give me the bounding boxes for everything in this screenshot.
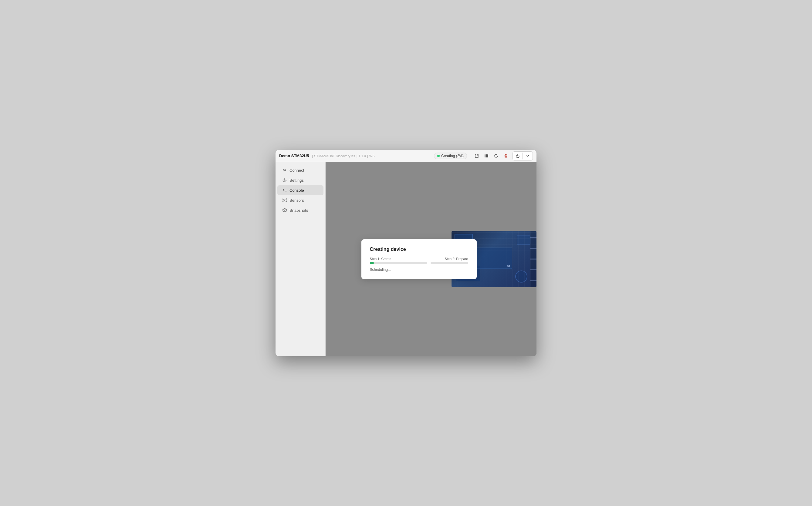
snapshots-icon — [282, 208, 287, 213]
open-button[interactable] — [473, 152, 481, 160]
delete-button[interactable] — [502, 152, 510, 160]
titlebar-meta: | STM32U5 IoT Discovery Kit | 1.1.0 | WS — [312, 154, 375, 158]
sidebar-item-snapshots[interactable]: Snapshots — [277, 205, 323, 215]
progress-bar-left — [370, 262, 427, 264]
status-dot — [437, 155, 440, 157]
meta-version: 1.1.0 — [358, 154, 366, 158]
pin — [531, 248, 537, 249]
progress-bar-wrapper — [370, 262, 468, 264]
pin — [531, 258, 537, 259]
step2-label: Step 2: Prepare — [444, 257, 468, 261]
meta-separator2: | — [356, 154, 357, 158]
svg-rect-2 — [487, 154, 488, 157]
pin — [531, 237, 537, 238]
settings-label: Settings — [290, 178, 304, 183]
console-icon — [282, 188, 287, 193]
refresh-button[interactable] — [492, 152, 500, 160]
titlebar: Demo STM32U5 | STM32U5 IoT Discovery Kit… — [275, 150, 537, 162]
meta-ws: WS — [369, 154, 375, 158]
snapshots-label: Snapshots — [290, 208, 308, 213]
titlebar-actions — [473, 151, 533, 161]
power-button[interactable] — [513, 152, 522, 160]
main-content: ST Creating device Step 1: Create Step 2… — [326, 162, 537, 356]
sidebar-item-settings[interactable]: Settings — [277, 175, 323, 185]
progress-labels: Step 1: Create Step 2: Prepare — [370, 257, 468, 261]
progress-section: Step 1: Create Step 2: Prepare — [370, 257, 468, 264]
svg-point-4 — [284, 180, 285, 181]
connect-label: Connect — [290, 168, 304, 173]
power-chevron-button[interactable] — [523, 152, 533, 160]
pin — [531, 280, 537, 281]
app-body: Connect Settings Conso — [275, 162, 537, 356]
status-label: Creating (2%) — [441, 154, 464, 158]
sensors-label: Sensors — [290, 198, 304, 203]
svg-point-3 — [283, 170, 285, 171]
app-window: Demo STM32U5 | STM32U5 IoT Discovery Kit… — [275, 150, 537, 356]
step1-label: Step 1: Create — [370, 257, 391, 261]
board-chip2 — [517, 236, 531, 245]
progress-bar-right — [430, 262, 468, 264]
progress-bar-fill — [370, 262, 374, 264]
window-title: Demo STM32U5 — [279, 154, 309, 158]
sidebar: Connect Settings Conso — [275, 162, 326, 356]
settings-icon — [282, 178, 287, 183]
board-connector — [515, 271, 527, 283]
power-btn-group — [512, 151, 533, 161]
sidebar-item-connect[interactable]: Connect — [277, 165, 323, 175]
board-main-chip: ST — [476, 248, 512, 269]
dialog-title: Creating device — [370, 247, 468, 252]
meta-separator3: | — [367, 154, 368, 158]
columns-button[interactable] — [482, 152, 491, 160]
meta-model: STM32U5 IoT Discovery Kit — [314, 154, 355, 158]
sensors-icon — [282, 198, 287, 203]
status-text: Scheduling... — [370, 268, 468, 272]
meta-separator: | — [312, 154, 313, 158]
svg-rect-1 — [486, 154, 487, 157]
creating-dialog: Creating device Step 1: Create Step 2: P… — [361, 239, 477, 279]
pin — [531, 269, 537, 270]
console-label: Console — [290, 188, 304, 193]
board-brand: ST — [507, 264, 510, 267]
sidebar-item-sensors[interactable]: Sensors — [277, 195, 323, 205]
board-edge-pins — [531, 231, 537, 287]
svg-point-5 — [284, 200, 285, 201]
connect-icon — [282, 168, 287, 173]
sidebar-item-console[interactable]: Console — [277, 185, 323, 195]
svg-rect-0 — [485, 154, 486, 157]
status-badge: Creating (2%) — [434, 153, 467, 159]
